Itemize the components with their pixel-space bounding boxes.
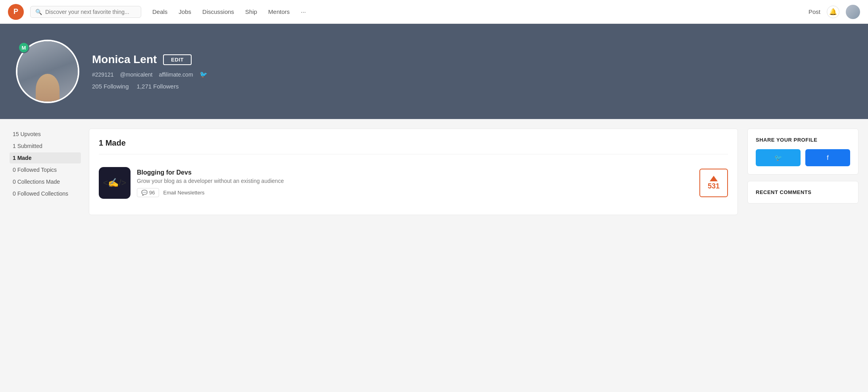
share-section-title: SHARE YOUR PROFILE bbox=[756, 137, 850, 143]
product-upvote-button[interactable]: 531 bbox=[699, 169, 728, 197]
nav-links: Deals Jobs Discussions Ship Mentors ··· bbox=[152, 8, 802, 15]
profile-username[interactable]: @monicalent bbox=[120, 71, 153, 78]
profile-id: #229121 bbox=[92, 71, 114, 78]
followers-count[interactable]: 1,271 Followers bbox=[137, 83, 179, 90]
profile-name: Monica Lent bbox=[92, 53, 157, 66]
edit-profile-button[interactable]: EDIT bbox=[163, 54, 192, 65]
share-buttons: 🐦 f bbox=[756, 149, 850, 166]
nav-link-jobs[interactable]: Jobs bbox=[179, 8, 191, 15]
sidebar-item-followed-collections[interactable]: 0 Followed Collections bbox=[10, 188, 81, 199]
notification-bell[interactable]: 🔔 bbox=[827, 6, 839, 18]
upvote-count: 531 bbox=[708, 182, 720, 190]
sidebar-item-followed-topics[interactable]: 0 Followed Topics bbox=[10, 164, 81, 175]
product-card: <✍️/> Blogging for Devs Grow your blog a… bbox=[99, 161, 728, 205]
product-category[interactable]: Email Newsletters bbox=[163, 190, 204, 196]
recent-comments-title: RECENT COMMENTS bbox=[756, 189, 850, 195]
twitter-icon[interactable]: 🐦 bbox=[200, 71, 207, 78]
sidebar-item-collections-made[interactable]: 0 Collections Made bbox=[10, 176, 81, 187]
product-tags: 💬 96 Email Newsletters bbox=[137, 188, 693, 197]
upvote-triangle-icon bbox=[710, 176, 718, 181]
product-thumbnail[interactable]: <✍️/> bbox=[99, 167, 131, 199]
sidebar-item-upvotes[interactable]: 15 Upvotes bbox=[10, 129, 81, 140]
profile-banner: M Monica Lent EDIT #229121 @monicalent a… bbox=[0, 24, 868, 119]
nav-link-more[interactable]: ··· bbox=[301, 8, 306, 15]
online-initial: M bbox=[18, 42, 29, 53]
profile-website[interactable]: affilimate.com bbox=[159, 71, 193, 78]
following-count[interactable]: 205 Following bbox=[92, 83, 129, 90]
comment-count-value: 96 bbox=[149, 190, 155, 196]
logo[interactable]: P bbox=[8, 4, 24, 20]
sidebar: 15 Upvotes 1 Submitted 1 Made 0 Followed… bbox=[10, 129, 89, 200]
post-button[interactable]: Post bbox=[808, 8, 820, 15]
search-bar[interactable]: 🔍 bbox=[30, 6, 141, 18]
product-tagline: Grow your blog as a developer without an… bbox=[137, 178, 693, 184]
share-twitter-button[interactable]: 🐦 bbox=[756, 149, 801, 166]
recent-comments-section: RECENT COMMENTS bbox=[747, 181, 858, 204]
sidebar-item-made[interactable]: 1 Made bbox=[10, 152, 81, 163]
nav-link-deals[interactable]: Deals bbox=[152, 8, 167, 15]
nav-link-discussions[interactable]: Discussions bbox=[202, 8, 234, 15]
center-panel-title: 1 Made bbox=[99, 138, 728, 154]
nav-link-ship[interactable]: Ship bbox=[245, 8, 257, 15]
bell-icon: 🔔 bbox=[829, 8, 837, 15]
profile-stats-row: 205 Following 1,271 Followers bbox=[92, 83, 852, 90]
share-facebook-button[interactable]: f bbox=[805, 149, 850, 166]
navbar: P 🔍 Deals Jobs Discussions Ship Mentors … bbox=[0, 0, 868, 24]
search-icon: 🔍 bbox=[35, 9, 42, 15]
profile-avatar-wrap: M bbox=[16, 40, 79, 103]
center-panel: 1 Made <✍️/> Blogging for Devs Grow your… bbox=[89, 129, 738, 215]
search-input[interactable] bbox=[45, 9, 136, 15]
product-comment-count[interactable]: 💬 96 bbox=[137, 188, 159, 197]
user-avatar[interactable] bbox=[846, 5, 860, 19]
avatar-image bbox=[846, 5, 860, 19]
share-profile-section: SHARE YOUR PROFILE 🐦 f bbox=[747, 129, 858, 175]
twitter-share-icon: 🐦 bbox=[774, 154, 782, 161]
comment-icon: 💬 bbox=[141, 190, 148, 196]
nav-right: Post 🔔 bbox=[808, 5, 860, 19]
facebook-share-icon: f bbox=[827, 154, 828, 161]
product-name[interactable]: Blogging for Devs bbox=[137, 169, 693, 176]
profile-meta-row: #229121 @monicalent affilimate.com 🐦 bbox=[92, 71, 852, 78]
main-content: 15 Upvotes 1 Submitted 1 Made 0 Followed… bbox=[0, 119, 868, 225]
nav-link-mentors[interactable]: Mentors bbox=[268, 8, 290, 15]
profile-info: Monica Lent EDIT #229121 @monicalent aff… bbox=[92, 53, 852, 90]
product-info: Blogging for Devs Grow your blog as a de… bbox=[137, 169, 693, 197]
product-thumbnail-code: <✍️/> bbox=[103, 178, 127, 188]
sidebar-item-submitted[interactable]: 1 Submitted bbox=[10, 140, 81, 152]
profile-name-row: Monica Lent EDIT bbox=[92, 53, 852, 66]
right-panel: SHARE YOUR PROFILE 🐦 f RECENT COMMENTS bbox=[747, 129, 858, 210]
